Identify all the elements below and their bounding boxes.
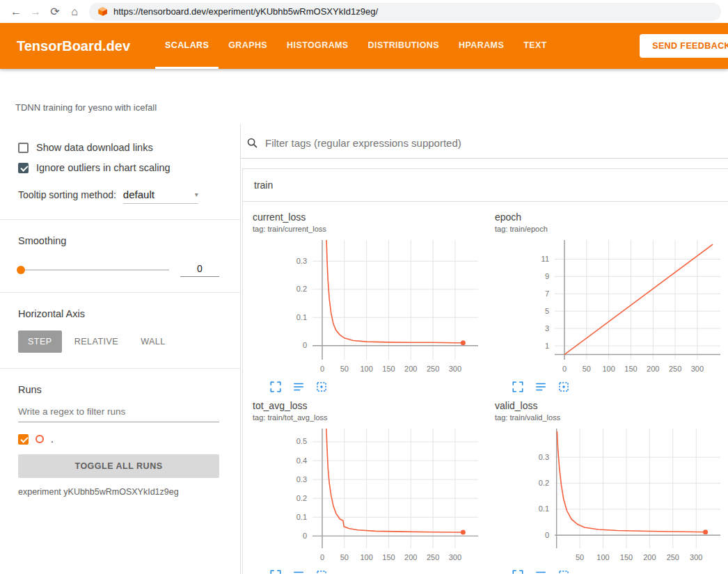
browser-chrome: ← → ⟳ ⌂ https://tensorboard.dev/experime…	[0, 0, 728, 23]
tooltip-sorting-value: default	[123, 189, 155, 200]
reload-icon[interactable]: ⟳	[46, 3, 64, 21]
axis-relative-button[interactable]: RELATIVE	[65, 330, 129, 353]
svg-text:0.4: 0.4	[296, 456, 307, 465]
content: Show data download links Ignore outliers…	[0, 124, 728, 574]
fit-domain-icon[interactable]	[315, 381, 328, 393]
svg-text:100: 100	[596, 553, 609, 561]
divider	[0, 368, 240, 369]
tab-distributions[interactable]: DISTRIBUTIONS	[358, 23, 449, 69]
svg-text:3: 3	[545, 324, 549, 333]
divider	[0, 219, 240, 220]
svg-text:300: 300	[691, 365, 704, 373]
tooltip-sorting-row: Tooltip sorting method: default ▾	[18, 189, 219, 204]
chart-title: tot_avg_loss	[253, 400, 492, 411]
svg-text:100: 100	[360, 553, 372, 561]
fit-domain-icon[interactable]	[557, 569, 570, 574]
train-card: train current_losstag: train/current_los…	[242, 168, 728, 574]
svg-text:0: 0	[303, 341, 307, 349]
search-icon	[246, 137, 258, 149]
chart-current_loss: current_losstag: train/current_loss00.10…	[250, 212, 492, 393]
forward-icon[interactable]: →	[26, 3, 45, 21]
svg-text:7: 7	[545, 289, 549, 298]
svg-text:200: 200	[643, 553, 656, 561]
smoothing-slider-thumb[interactable]	[17, 266, 25, 274]
tab-text[interactable]: TEXT	[514, 23, 557, 69]
svg-text:300: 300	[449, 365, 461, 373]
svg-text:0: 0	[545, 531, 549, 539]
app-header: TensorBoard.dev SCALARS GRAPHS HISTOGRAM…	[0, 23, 728, 69]
svg-text:0.2: 0.2	[296, 285, 307, 293]
fullscreen-icon[interactable]	[269, 381, 282, 393]
smoothing-value-input[interactable]: 0	[180, 263, 219, 277]
tooltip-sorting-dropdown[interactable]: default ▾	[123, 189, 198, 204]
ignore-outliers-row[interactable]: Ignore outliers in chart scaling	[18, 162, 219, 173]
toggle-all-runs-button[interactable]: TOGGLE ALL RUNS	[18, 454, 219, 478]
nav-tabs: SCALARS GRAPHS HISTOGRAMS DISTRIBUTIONS …	[155, 23, 640, 69]
back-icon[interactable]: ←	[7, 3, 25, 21]
show-download-row[interactable]: Show data download links	[18, 142, 219, 153]
axis-step-button[interactable]: STEP	[18, 330, 62, 353]
svg-text:0.1: 0.1	[296, 313, 307, 321]
app-logo[interactable]: TensorBoard.dev	[17, 38, 130, 54]
chart-toolbar	[495, 381, 728, 393]
svg-text:150: 150	[382, 553, 395, 561]
svg-text:150: 150	[624, 365, 637, 373]
smoothing-label: Smoothing	[18, 235, 219, 246]
axis-wall-button[interactable]: WALL	[131, 330, 175, 353]
chart-title: current_loss	[253, 212, 492, 223]
runs-filter-input[interactable]: Write a regex to filter runs	[18, 406, 219, 422]
url-text: https://tensorboard.dev/experiment/yKUbh…	[113, 6, 378, 17]
svg-text:300: 300	[449, 553, 461, 561]
chart-plot[interactable]: 00.10.20.30.40.5050100150200250300	[253, 424, 484, 568]
data-lines-icon[interactable]	[535, 569, 547, 574]
fullscreen-icon[interactable]	[512, 569, 524, 574]
tab-graphs[interactable]: GRAPHS	[219, 23, 277, 69]
svg-text:200: 200	[647, 365, 659, 373]
show-download-checkbox[interactable]	[18, 143, 29, 153]
charts-grid: current_losstag: train/current_loss00.10…	[243, 202, 728, 574]
chart-tag: tag: train/tot_avg_loss	[253, 413, 492, 422]
chart-toolbar	[253, 381, 492, 393]
runs-label: Runs	[18, 384, 219, 395]
run-name: .	[51, 433, 54, 445]
tab-histograms[interactable]: HISTOGRAMS	[277, 23, 358, 69]
address-bar[interactable]: https://tensorboard.dev/experiment/yKUbh…	[89, 3, 721, 21]
card-title[interactable]: train	[243, 169, 728, 202]
fit-domain-icon[interactable]	[315, 569, 328, 574]
tab-hparams[interactable]: HPARAMS	[449, 23, 514, 69]
svg-text:5: 5	[545, 307, 549, 315]
fullscreen-icon[interactable]	[269, 569, 282, 574]
chart-title: epoch	[495, 212, 728, 223]
chart-plot[interactable]: 00.10.20.350100150200250300	[495, 424, 726, 568]
chart-plot[interactable]: 1357911050100150200250300	[495, 236, 726, 379]
run-checkbox[interactable]	[18, 434, 29, 445]
svg-text:0.3: 0.3	[296, 257, 307, 265]
horizontal-axis-label: Horizontal Axis	[18, 308, 219, 319]
svg-text:0.1: 0.1	[296, 513, 307, 521]
svg-text:0: 0	[320, 553, 324, 561]
tooltip-sorting-label: Tooltip sorting method:	[18, 189, 116, 200]
run-item[interactable]: .	[18, 433, 219, 445]
tab-scalars[interactable]: SCALARS	[155, 23, 219, 69]
data-lines-icon[interactable]	[292, 381, 305, 393]
ignore-outliers-checkbox[interactable]	[18, 163, 29, 173]
fullscreen-icon[interactable]	[512, 381, 524, 393]
experiment-title: TDNN training for yesno with icefall	[0, 69, 728, 124]
data-lines-icon[interactable]	[292, 569, 305, 574]
data-lines-icon[interactable]	[535, 381, 547, 393]
fit-domain-icon[interactable]	[557, 381, 570, 393]
ignore-outliers-label: Ignore outliers in chart scaling	[36, 162, 171, 173]
send-feedback-button[interactable]: SEND FEEDBACK	[640, 34, 728, 58]
svg-text:0: 0	[562, 365, 567, 373]
run-color-swatch	[35, 435, 44, 443]
chart-tag: tag: train/epoch	[495, 225, 728, 233]
tag-filter-row[interactable]: Filter tags (regular expressions support…	[241, 124, 728, 159]
smoothing-slider[interactable]	[18, 269, 169, 271]
chart-title: valid_loss	[495, 400, 728, 411]
home-icon[interactable]: ⌂	[65, 3, 84, 21]
tensorboard-favicon	[97, 6, 108, 17]
svg-text:100: 100	[360, 365, 372, 373]
chart-plot[interactable]: 00.10.20.3050100150200250300	[253, 236, 484, 379]
svg-text:150: 150	[382, 365, 395, 373]
horizontal-axis-buttons: STEP RELATIVE WALL	[18, 330, 219, 353]
